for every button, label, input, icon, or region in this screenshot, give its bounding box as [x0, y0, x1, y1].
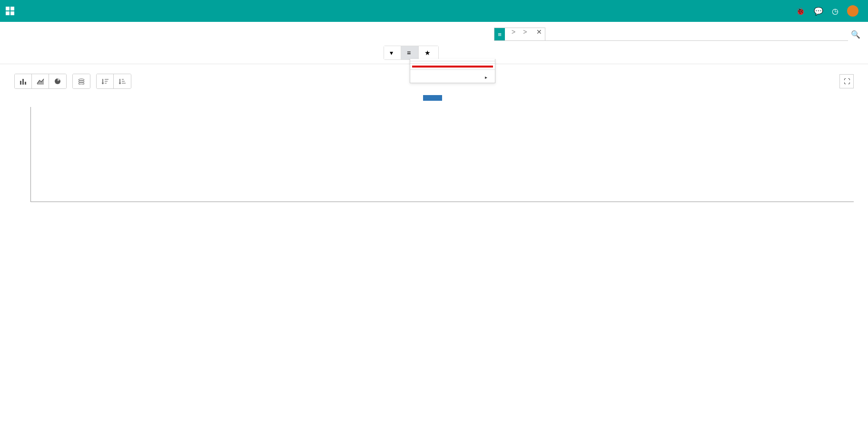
list-icon: ≡: [407, 49, 411, 57]
top-navbar: 🐞 💬 ◷: [0, 0, 868, 22]
avatar: [847, 5, 858, 17]
svg-rect-1: [22, 79, 24, 85]
search-facet[interactable]: ≡ > > ✕: [494, 28, 545, 41]
facet-part: [516, 28, 522, 40]
chat-icon[interactable]: 💬: [814, 7, 823, 16]
expand-button[interactable]: ⛶: [839, 74, 854, 88]
chevron-right-icon: ▸: [485, 75, 487, 80]
bug-icon[interactable]: 🐞: [796, 7, 805, 16]
filter-icon: ▾: [390, 49, 393, 57]
svg-rect-2: [25, 82, 26, 85]
sort-desc-button[interactable]: [97, 74, 114, 88]
line-chart-button[interactable]: [32, 74, 49, 88]
groupby-icon: ≡: [494, 28, 505, 40]
user-menu[interactable]: [847, 5, 862, 17]
svg-point-7: [79, 83, 84, 85]
star-icon: ★: [424, 49, 431, 57]
filters-button[interactable]: ▾: [384, 46, 401, 59]
facet-part: [528, 28, 533, 40]
favorites-button[interactable]: ★: [419, 46, 438, 59]
facet-remove-icon[interactable]: ✕: [533, 28, 545, 40]
groupby-dropdown: ▸: [410, 59, 495, 83]
stacked-button[interactable]: [73, 74, 90, 88]
control-panel: ≡ > > ✕ 🔍 ▾ ≡ ★: [0, 22, 868, 64]
search-input[interactable]: [545, 28, 848, 41]
clock-icon[interactable]: ◷: [832, 7, 838, 16]
svg-point-6: [79, 81, 84, 83]
main-chart: [0, 92, 868, 202]
svg-point-5: [79, 79, 84, 81]
bar-chart-button[interactable]: [15, 74, 32, 88]
pie-chart-button[interactable]: [49, 74, 66, 88]
apps-icon[interactable]: [6, 7, 14, 15]
dd-add-custom-group[interactable]: ▸: [410, 72, 495, 83]
small-charts-row: [0, 204, 868, 218]
sort-asc-button[interactable]: [114, 74, 131, 88]
search-icon[interactable]: 🔍: [851, 30, 860, 39]
svg-rect-0: [20, 81, 21, 85]
groupby-button[interactable]: ≡: [401, 46, 419, 59]
facet-part: [505, 28, 511, 40]
